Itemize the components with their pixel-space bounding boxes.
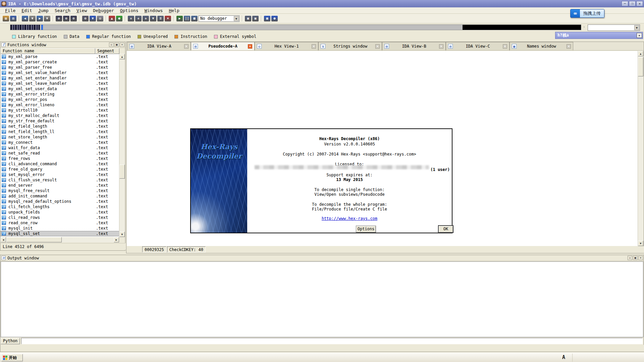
scroll-up-icon[interactable]: ▲ [119,54,125,59]
history-icon[interactable]: ◎ [97,16,103,21]
function-row[interactable]: funpack_fields.text [1,209,119,215]
panel-close-icon[interactable]: × [120,43,124,47]
menu-item-windows[interactable]: Windows [142,8,166,13]
add-struct-icon[interactable]: + [128,16,134,21]
function-row[interactable]: fcli_read_rows.text [1,215,119,220]
column-header-segment[interactable]: Segment [95,48,119,54]
close-icon[interactable]: ✕ [637,33,642,38]
debugger-options-icon[interactable]: ▣ [245,16,251,21]
chevron-down-icon[interactable]: ▼ [234,16,239,21]
functions-vertical-scrollbar[interactable]: ▲ ▼ [119,54,125,237]
pseudocode-vertical-scrollbar[interactable]: ▲ ▼ [638,51,643,246]
function-row[interactable]: fmysql_ssl_set.text [1,231,119,236]
scroll-down-icon[interactable]: ▼ [119,232,125,237]
menu-item-file[interactable]: File [2,8,18,13]
ok-button[interactable]: OK [438,226,453,233]
output-window-titlebar[interactable]: ≡ Output window ▫ ▣ × [0,255,644,261]
panel-restore-icon[interactable]: ▫ [628,256,632,260]
tab-close-icon[interactable]: × [248,44,252,49]
windows-list-icon[interactable]: ▦ [264,16,270,21]
function-row[interactable]: fnet_field_length_ll.text [1,129,119,134]
function-row[interactable]: fnet_field_length.text [1,124,119,129]
tab-close-icon[interactable]: × [503,44,507,49]
function-row[interactable]: fmysql_free_result.text [1,188,119,193]
minimize-button[interactable]: ─ [622,1,628,6]
navigation-band[interactable] [10,24,581,30]
scroll-right-icon[interactable]: ▶ [114,237,119,242]
breakpoint-list-icon[interactable]: ● [271,16,278,21]
function-row[interactable]: fadd_init_command.text [1,193,119,199]
add-union-icon[interactable]: + [135,16,142,21]
python-interpreter-button[interactable]: Python [1,338,20,344]
scrollbar-thumb[interactable] [119,165,125,179]
back-history-icon[interactable]: ▼ [29,16,36,21]
function-row[interactable]: fmy_xml_error_lineno.text [1,102,119,108]
chevron-down-icon[interactable]: ▼ [634,25,639,30]
tab-names-window[interactable]: ▦Names window× [509,42,573,50]
function-row[interactable]: fmy_str_free_default.text [1,118,119,124]
tab-close-icon[interactable]: × [567,44,571,49]
function-row[interactable]: fmy_xml_set_value_handler.text [1,70,119,75]
function-row[interactable]: fmy_xml_parser_free.text [1,65,119,70]
menu-item-view[interactable]: View [73,8,90,13]
function-row[interactable]: ffree_old_query.text [1,167,119,172]
back-icon[interactable]: ◀ [22,16,28,21]
open-file-icon[interactable]: ▨ [3,16,9,21]
function-row[interactable]: fmy_strtoll10.text [1,108,119,113]
function-row[interactable]: fset_mysql_error.text [1,172,119,177]
python-command-input[interactable] [21,338,643,344]
scrollbar-thumb[interactable] [6,237,62,242]
function-row[interactable]: fend_server.text [1,183,119,188]
function-row[interactable]: fmy_xml_parser_create.text [1,59,119,65]
tab-ida-view-c[interactable]: ▤IDA View-C× [446,42,509,50]
debug-pause-icon[interactable]: || [184,16,190,21]
function-row[interactable]: fread_one_row.text [1,220,119,226]
panel-close-icon[interactable]: × [638,256,643,260]
search-again-icon[interactable]: ⊙ [82,16,89,21]
tab-ida-view-a[interactable]: ▤IDA View-A× [127,42,191,50]
tab-close-icon[interactable]: × [439,44,443,49]
column-header-function-name[interactable]: Function name [1,48,95,54]
panel-restore-icon[interactable]: ▫ [109,43,114,47]
output-log[interactable] [1,261,643,337]
menu-item-help[interactable]: Help [166,8,182,13]
field-options-icon[interactable]: ▼ [150,16,156,21]
function-row[interactable]: fwait_for_data.text [1,145,119,150]
forward-history-icon[interactable]: ▼ [44,16,50,21]
scrollbar-thumb[interactable] [638,57,643,76]
function-row[interactable]: fmy_xml_error_pos.text [1,97,119,102]
tab-hex-view-1[interactable]: ◎Hex View-1× [255,42,318,50]
hexrays-link[interactable]: http://www.hex-rays.com [322,216,377,221]
function-row[interactable]: fmy_xml_set_leave_handler.text [1,81,119,86]
start-button[interactable]: 开始 [1,354,23,361]
drag-upload-button[interactable]: ∞ 拖拽上传 [570,9,604,18]
function-row[interactable]: fmy_str_malloc_default.text [1,113,119,118]
forward-icon[interactable]: ▶ [37,16,43,21]
function-row[interactable]: fmy_xml_error_string.text [1,92,119,97]
menu-item-debugger[interactable]: Debugger [90,8,117,13]
navband-combo[interactable]: ▼ [588,24,640,31]
function-row[interactable]: fnet_safe_read.text [1,150,119,156]
search-value-icon[interactable]: ⊙ [70,16,77,21]
functions-horizontal-scrollbar[interactable]: ◀ ▶ [1,237,119,242]
options-button[interactable]: Options [356,226,376,233]
scroll-up-icon[interactable]: ▲ [638,51,643,56]
menu-item-search[interactable]: Search [52,8,73,13]
panel-maximize-icon[interactable]: ▣ [633,256,638,260]
search-text-icon[interactable]: ⊙ [63,16,69,21]
jump-address-icon[interactable]: ▼ [90,16,96,21]
edit-struct-icon[interactable]: ≡ [157,16,164,21]
function-row[interactable]: fmy_connect.text [1,140,119,145]
close-button[interactable]: ✕ [636,1,643,6]
tab-ida-view-b[interactable]: ▤IDA View-B× [382,42,446,50]
tab-strings-window[interactable]: sStrings window× [318,42,382,50]
maximize-button[interactable]: ❐ [629,1,636,6]
debug-stop-icon[interactable]: ■ [191,16,198,21]
debug-start-icon[interactable]: ▶ [176,16,183,21]
function-row[interactable]: ffree_rows.text [1,156,119,161]
tab-close-icon[interactable]: × [375,44,380,49]
scroll-down-icon[interactable]: ▼ [638,241,643,246]
function-row[interactable]: fcli_fetch_lengths.text [1,204,119,209]
function-row[interactable]: fcli_advanced_command.text [1,161,119,167]
panel-maximize-icon[interactable]: ▣ [114,43,119,47]
